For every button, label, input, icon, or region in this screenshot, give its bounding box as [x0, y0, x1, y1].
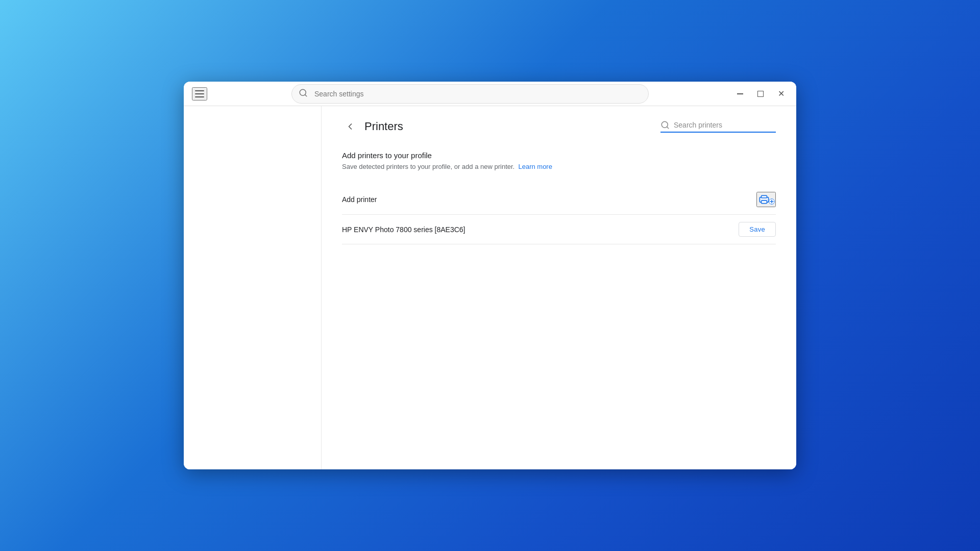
add-printers-heading: Add printers to your profile	[342, 151, 776, 160]
close-icon: ✕	[778, 90, 785, 98]
svg-rect-5	[762, 195, 767, 197]
content-area: Printers Add printers to your profile Sa…	[184, 106, 796, 469]
add-printers-desc-text: Save detected printers to your profile, …	[342, 163, 514, 170]
add-printers-description: Save detected printers to your profile, …	[342, 163, 776, 170]
svg-line-3	[667, 127, 668, 128]
back-icon	[345, 121, 355, 132]
hamburger-line	[195, 96, 204, 97]
page-header: Printers	[342, 118, 776, 135]
svg-rect-6	[762, 201, 767, 203]
page-header-left: Printers	[342, 118, 403, 135]
hamburger-line	[195, 90, 204, 91]
title-bar-left	[192, 87, 207, 101]
search-printers-input[interactable]	[674, 121, 776, 129]
settings-search-icon	[299, 88, 308, 99]
maximize-button[interactable]	[753, 87, 768, 101]
settings-search-input[interactable]	[291, 84, 649, 104]
search-printers-container	[660, 120, 776, 133]
minimize-icon	[737, 93, 743, 94]
add-icon	[769, 198, 775, 205]
learn-more-link[interactable]: Learn more	[518, 163, 552, 170]
printer-list: Add printer	[342, 185, 776, 244]
page-title: Printers	[364, 120, 403, 133]
detected-printer-name: HP ENVY Photo 7800 series [8AE3C6]	[342, 226, 465, 234]
svg-line-1	[305, 94, 306, 96]
add-printer-button[interactable]	[756, 192, 776, 207]
minimize-button[interactable]	[733, 87, 747, 101]
back-button[interactable]	[342, 118, 358, 135]
detected-printer-row: HP ENVY Photo 7800 series [8AE3C6] Save	[342, 215, 776, 244]
save-printer-button[interactable]: Save	[739, 222, 776, 237]
search-printers-icon	[660, 120, 670, 130]
settings-window: ✕ Printers	[184, 82, 796, 469]
add-printers-section: Add printers to your profile Save detect…	[342, 151, 776, 170]
main-content: Printers Add printers to your profile Sa…	[322, 106, 796, 469]
sidebar	[184, 106, 322, 469]
maximize-icon	[757, 91, 764, 97]
menu-button[interactable]	[192, 87, 207, 101]
hamburger-line	[195, 93, 204, 94]
title-bar: ✕	[184, 82, 796, 106]
close-button[interactable]: ✕	[774, 87, 788, 101]
settings-search-bar	[291, 84, 649, 104]
add-printer-label: Add printer	[342, 195, 377, 204]
add-printer-row: Add printer	[342, 185, 776, 215]
window-controls: ✕	[733, 87, 788, 101]
